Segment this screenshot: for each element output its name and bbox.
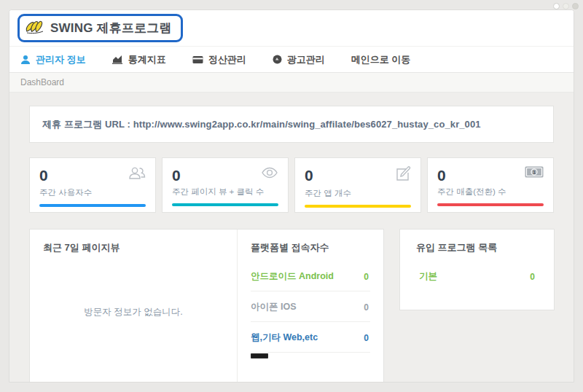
- banknote-icon: 1: [525, 166, 544, 181]
- program-row-default: 기본 0: [416, 270, 538, 283]
- program-value: 0: [530, 272, 535, 282]
- empty-visitors-message: 방문자 정보가 없습니다.: [30, 306, 237, 318]
- svg-text:1: 1: [533, 169, 536, 176]
- nav-item-settlement[interactable]: 정산관리: [192, 53, 246, 66]
- stat-underline: [305, 205, 411, 208]
- nav-item-ads[interactable]: 광고관리: [273, 53, 325, 66]
- program-label[interactable]: 기본: [419, 270, 437, 283]
- dashboard-main: 제휴 프로그램 URL : http://www.swing2app.co.kr…: [9, 93, 574, 382]
- redacted-text-chip: [251, 353, 268, 358]
- affiliate-url-card: 제휴 프로그램 URL : http://www.swing2app.co.kr…: [29, 106, 554, 143]
- panel-title: 유입 프로그램 목록: [416, 241, 538, 254]
- platform-row-web: 웹,기타 Web,etc 0: [251, 322, 370, 353]
- stats-row: 0 주간 사용자수 0: [29, 157, 554, 213]
- window-dot-icon: [553, 3, 560, 9]
- edit-icon: [395, 166, 411, 184]
- logo-highlight-box[interactable]: SWING 제휴프로그램: [17, 14, 183, 42]
- user-icon: [20, 55, 31, 65]
- affiliate-url-text[interactable]: 제휴 프로그램 URL : http://www.swing2app.co.kr…: [42, 119, 481, 130]
- stat-card-weekly-apps: 0 주간 앱 개수: [294, 157, 421, 213]
- users-icon: [128, 166, 146, 184]
- breadcrumb-bar: DashBoard: [9, 73, 574, 93]
- platform-label[interactable]: 웹,기타 Web,etc: [251, 332, 318, 344]
- nav-item-go-main[interactable]: 메인으로 이동: [351, 53, 411, 66]
- nav-item-label: 광고관리: [287, 53, 325, 66]
- nav-item-label: 메인으로 이동: [351, 53, 411, 66]
- window-dot-icon: [563, 3, 569, 9]
- chart-icon: [112, 55, 123, 64]
- platform-value: 0: [364, 333, 369, 343]
- panels-row: 최근 7일 페이지뷰 방문자 정보가 없습니다. 플랫폼별 접속자수 안드로이드…: [29, 229, 554, 382]
- swing-logo-icon: [26, 19, 45, 37]
- panel-title: 플랫폼별 접속자수: [251, 241, 370, 254]
- stat-card-weekly-pageviews: 0 주간 페이지 뷰 + 클릭 수: [162, 157, 289, 213]
- stat-value: 0: [39, 168, 48, 183]
- card-icon: [192, 55, 203, 64]
- pageview-platform-panel: 최근 7일 페이지뷰 방문자 정보가 없습니다. 플랫폼별 접속자수 안드로이드…: [29, 229, 384, 382]
- stat-card-weekly-users: 0 주간 사용자수: [29, 157, 156, 213]
- nav-item-label: 통계지표: [128, 53, 166, 66]
- platform-label[interactable]: 안드로이드 Android: [251, 270, 334, 283]
- inflow-programs-panel: 유입 프로그램 목록 기본 0: [399, 229, 555, 310]
- app-title: SWING 제휴프로그램: [50, 20, 172, 36]
- stat-underline: [437, 203, 544, 206]
- platform-visitors-panel: 플랫폼별 접속자수 안드로이드 Android 0 아이폰 IOS 0 웹,기타…: [238, 230, 383, 382]
- stat-underline: [39, 204, 146, 207]
- stat-label: 주간 페이지 뷰 + 클릭 수: [172, 187, 278, 197]
- stat-value: 0: [305, 168, 313, 183]
- app-window: SWING 제휴프로그램 관리자 정보 통계지표: [9, 9, 574, 383]
- stat-card-weekly-revenue: 0 1 주간 매출(전환) 수: [427, 157, 554, 213]
- platform-value: 0: [364, 302, 369, 313]
- stat-value: 0: [437, 168, 446, 183]
- stat-label: 주간 매출(전환) 수: [437, 187, 544, 197]
- recent-pageviews-panel: 최근 7일 페이지뷰 방문자 정보가 없습니다.: [30, 230, 238, 382]
- window-dot-icon: [572, 3, 579, 9]
- nav-item-statistics[interactable]: 통계지표: [112, 53, 166, 66]
- ad-circle-icon: [273, 55, 282, 64]
- nav-item-admin-info[interactable]: 관리자 정보: [20, 53, 86, 66]
- platform-label[interactable]: 아이폰 IOS: [251, 301, 297, 313]
- app-header: SWING 제휴프로그램: [9, 10, 574, 46]
- stat-underline: [172, 203, 278, 206]
- stat-label: 주간 앱 개수: [305, 188, 411, 199]
- stat-value: 0: [172, 168, 181, 183]
- stat-label: 주간 사용자수: [39, 187, 146, 198]
- platform-value: 0: [364, 272, 369, 282]
- panel-title: 최근 7일 페이지뷰: [43, 241, 224, 254]
- main-nav: 관리자 정보 통계지표 정산관리: [9, 46, 574, 73]
- window-controls: [553, 3, 579, 9]
- platform-rows: 안드로이드 Android 0 아이폰 IOS 0 웹,기타 Web,etc 0: [251, 261, 370, 358]
- eye-icon: [261, 166, 278, 182]
- platform-row-android: 안드로이드 Android 0: [251, 261, 370, 291]
- nav-item-label: 관리자 정보: [36, 53, 86, 66]
- nav-item-label: 정산관리: [208, 53, 246, 66]
- breadcrumb: DashBoard: [20, 77, 64, 87]
- platform-row-ios: 아이폰 IOS 0: [251, 291, 370, 322]
